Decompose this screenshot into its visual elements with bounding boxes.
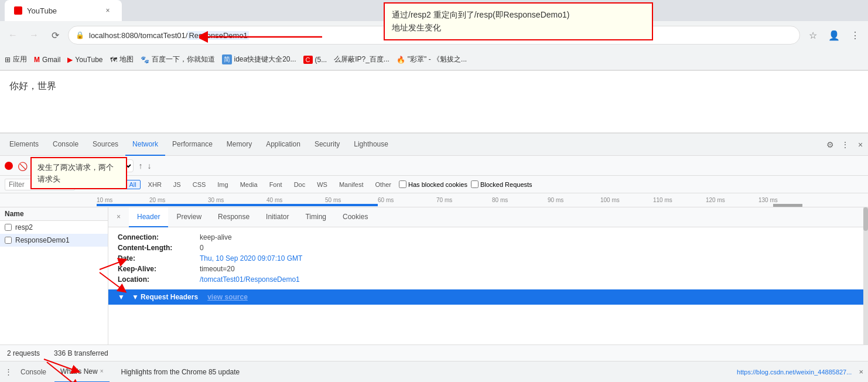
apps-icon: ⊞ (5, 56, 11, 64)
header-row-location: Location: /tomcatTest01/ResponseDemo1 (118, 274, 859, 285)
filter-btn-xhr[interactable]: XHR (144, 180, 166, 189)
bookmark-apps[interactable]: ⊞ 应用 (5, 54, 27, 64)
devtools-more-icon[interactable]: ⋮ (840, 139, 850, 150)
vertical-scrollbar[interactable] (863, 207, 868, 345)
file-checkbox-responsedemo1[interactable] (5, 237, 12, 244)
forward-button[interactable]: → (26, 27, 42, 43)
tab-performance[interactable]: Performance (165, 134, 220, 156)
detail-tab-cookies[interactable]: Cookies (334, 207, 376, 227)
detail-close-x-icon[interactable]: × (117, 213, 121, 221)
network-annotation: 发生了两次请求，两个请求头 (30, 157, 127, 189)
file-name-responsedemo1: ResponseDemo1 (15, 236, 70, 244)
console-bar: ⋮ Console What's New × Highlights from t… (0, 361, 868, 382)
tab-sources[interactable]: Sources (86, 134, 125, 156)
tab-elements[interactable]: Elements (2, 134, 46, 156)
bookmark-baidu[interactable]: 🐾 百度一下，你就知道 (141, 54, 215, 64)
lock-icon: 🔒 (76, 31, 84, 39)
detail-tab-preview[interactable]: Preview (168, 207, 210, 227)
filter-btn-font[interactable]: Font (265, 180, 286, 189)
tab-network[interactable]: Network (125, 134, 165, 156)
import-icon[interactable]: ↑ (138, 161, 142, 170)
tab-memory[interactable]: Memory (220, 134, 259, 156)
filter-btn-ws[interactable]: WS (313, 180, 332, 189)
highlight-text: Highlights from the Chrome 85 update (112, 368, 735, 376)
tooltip-line2: 地址发生变化 (392, 21, 645, 34)
file-item-responsedemo1[interactable]: ResponseDemo1 (0, 234, 108, 247)
header-row-date: Date: Thu, 10 Sep 2020 09:07:10 GMT (118, 253, 859, 264)
tick-110ms: 110 ms (653, 197, 672, 203)
account-button[interactable]: 👤 (826, 27, 842, 43)
whats-new-tab[interactable]: What's New × (54, 361, 109, 383)
filter-btn-media[interactable]: Media (236, 180, 262, 189)
header-value-location: /tomcatTest01/ResponseDemo1 (200, 275, 300, 284)
bookmark-extra1[interactable]: C (5... (303, 56, 327, 64)
filter-btn-all[interactable]: All (125, 180, 140, 189)
maps-icon: 🗺 (110, 56, 117, 64)
header-value-keepalive: timeout=20 (200, 265, 235, 273)
reload-button[interactable]: ⟳ (47, 27, 63, 43)
tab-close-button[interactable]: × (103, 6, 112, 15)
header-row-content-length: Content-Length: 0 (118, 243, 859, 253)
whats-new-close-icon[interactable]: × (100, 368, 104, 374)
star-button[interactable]: ☆ (805, 27, 821, 43)
annotation-text: 发生了两次请求，两个请求头 (37, 163, 114, 183)
scrollbar-thumb[interactable] (863, 207, 868, 231)
bottom-link[interactable]: https://blog.csdn.net/weixin_44885827... (737, 369, 852, 376)
view-source-link[interactable]: view source (207, 293, 248, 301)
tab-console[interactable]: Console (46, 134, 86, 156)
requests-count: 2 requests (7, 349, 40, 357)
file-checkbox-resp2[interactable] (5, 224, 12, 231)
filter-btn-manifest[interactable]: Manifest (335, 180, 368, 189)
bookmark-idea[interactable]: 简 idea快捷键大全20... (222, 54, 296, 64)
file-item-resp2[interactable]: resp2 (0, 221, 108, 234)
console-menu-icon[interactable]: ⋮ (5, 367, 12, 376)
more-button[interactable]: ⋮ (847, 27, 863, 43)
bookmark-youtube[interactable]: ▶ YouTube (67, 56, 102, 64)
tab-lighthouse[interactable]: Lighthouse (347, 134, 395, 156)
devtools-panel: Elements Console Sources Network Perform… (0, 132, 868, 361)
detail-tab-close[interactable]: × (108, 207, 129, 227)
export-icon[interactable]: ↓ (147, 161, 151, 170)
tab-security[interactable]: Security (307, 134, 347, 156)
filter-btn-js[interactable]: JS (169, 180, 185, 189)
blocked-requests-checkbox[interactable]: Blocked Requests (471, 180, 532, 188)
bookmark-maps[interactable]: 🗺 地图 (110, 54, 134, 64)
tick-50ms: 50 ms (325, 197, 341, 203)
detail-tab-initiator[interactable]: Initiator (258, 207, 297, 227)
filter-btn-other[interactable]: Other (371, 180, 396, 189)
detail-tab-header[interactable]: Header (129, 207, 168, 227)
youtube-icon: ▶ (67, 56, 73, 64)
detail-tab-response[interactable]: Response (210, 207, 258, 227)
tab-favicon (14, 6, 22, 15)
devtools-settings-icon[interactable]: ⚙ (825, 139, 835, 150)
tick-80ms: 80 ms (492, 197, 508, 203)
header-row-keepalive: Keep-Alive: timeout=20 (118, 264, 859, 274)
request-headers-section[interactable]: ▼ ▼ Request Headers view source (108, 289, 868, 305)
console-tab[interactable]: Console (15, 361, 52, 383)
tab-application[interactable]: Application (259, 134, 307, 156)
header-name-location: Location: (118, 275, 200, 284)
bookmark-gmail[interactable]: M Gmail (34, 56, 60, 64)
devtools-close-bottom-icon[interactable]: × (859, 367, 863, 376)
bookmark-caizhao[interactable]: 🔥 "彩罩" - 《魁拔之... (397, 54, 467, 64)
whats-new-label: What's New (60, 367, 98, 376)
filter-bar: has:data-URLs All XHR JS CSS Img Media F… (0, 176, 868, 193)
devtools-close-icon[interactable]: × (855, 139, 866, 150)
has-blocked-cookies-checkbox[interactable]: Has blocked cookies (399, 180, 467, 188)
bookmark-ipblock[interactable]: 么屏蔽IP?_百度... (334, 54, 389, 64)
back-button[interactable]: ← (5, 27, 21, 43)
filter-btn-css[interactable]: CSS (189, 180, 210, 189)
network-toolbar: 🚫 Disable cache Online Fast 3G Slow 3G O… (0, 156, 868, 176)
active-tab[interactable]: YouTube × (5, 0, 122, 21)
tick-70ms: 70 ms (436, 197, 452, 203)
detail-tab-timing[interactable]: Timing (297, 207, 334, 227)
filter-btn-doc[interactable]: Doc (290, 180, 310, 189)
tick-10ms: 10 ms (97, 197, 112, 203)
console-label: Console (20, 368, 46, 376)
clear-button[interactable]: 🚫 (18, 162, 26, 170)
detail-panel: × Header Preview Response Initiator Timi… (108, 207, 868, 345)
filter-btn-img[interactable]: Img (213, 180, 232, 189)
record-button[interactable] (5, 162, 13, 170)
tab-title: YouTube (27, 6, 57, 15)
caizhao-icon: 🔥 (397, 56, 405, 64)
